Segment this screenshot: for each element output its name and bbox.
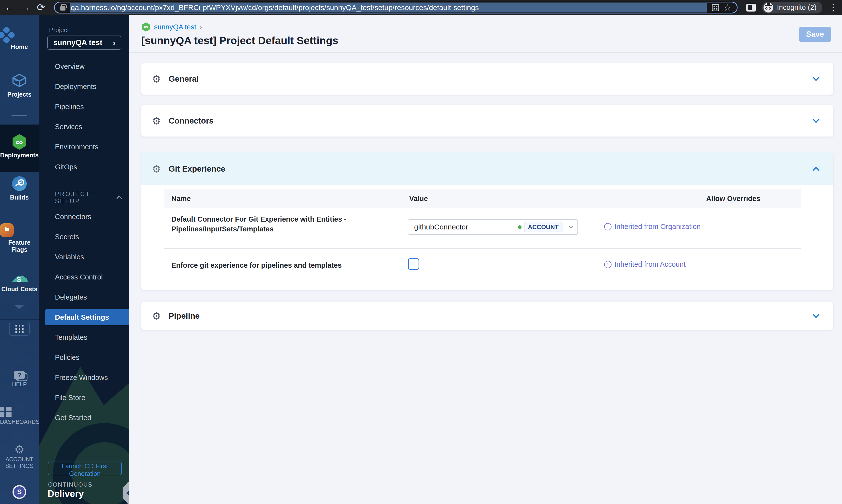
rail-item-dashboards[interactable]: DASHBOARDS <box>0 407 39 425</box>
rail-divider <box>12 115 27 116</box>
sidebar-item-connectors[interactable]: Connectors <box>39 206 129 227</box>
module-rail: Home Projects ∞ Deployments Builds ⚑ Fea… <box>0 15 39 504</box>
sidebar-item-policies[interactable]: Policies <box>39 347 129 367</box>
section-general: ⚙ General <box>141 63 833 95</box>
settings-table-header: Name Value Allow Overrides <box>164 189 801 209</box>
chevron-down-icon <box>812 116 820 123</box>
chevron-down-icon <box>812 311 820 318</box>
triangle-left-icon <box>126 490 129 496</box>
section-git-experience: ⚙ Git Experience Name Value Allow Overri… <box>141 152 833 290</box>
back-icon[interactable]: ← <box>4 0 14 15</box>
project-label: Project <box>49 26 69 34</box>
rail-more-modules[interactable] <box>0 309 39 313</box>
rail-item-account-settings[interactable]: ⚙ ACCOUNT SETTINGS <box>0 444 39 469</box>
launch-cd-first-gen-button[interactable]: Launch CD First Generation <box>48 462 122 475</box>
incognito-badge[interactable]: Incognito (2) <box>762 2 822 14</box>
chevron-up-icon <box>117 196 122 201</box>
module-name-top: CONTINUOUS <box>48 481 92 488</box>
project-setup-toggle[interactable]: PROJECT SETUP <box>55 191 121 205</box>
sidebar-item-secrets[interactable]: Secrets <box>39 227 129 247</box>
flag-icon: ⚑ <box>0 223 14 237</box>
sidebar-item-deployments[interactable]: Deployments <box>39 76 129 96</box>
setting-name: Default Connector For Git Experience wit… <box>172 214 397 234</box>
chevron-down-icon <box>569 224 573 229</box>
default-connector-select[interactable]: githubConnector ACCOUNT <box>408 219 578 235</box>
note-text: Inherited from Organization <box>614 222 700 231</box>
url-text[interactable]: qa.harness.io/ng/account/px7xd_BFRCi-pfW… <box>70 3 707 13</box>
gear-icon: ⚙ <box>152 310 161 322</box>
inherited-from-account-link[interactable]: i Inherited from Account <box>604 260 685 268</box>
rail-item-feature-flags[interactable]: ⚑ Feature Flags <box>0 223 39 253</box>
inherited-from-organization-link[interactable]: i Inherited from Organization <box>604 222 700 231</box>
enforce-git-experience-checkbox[interactable] <box>408 258 419 270</box>
chevron-up-icon <box>812 167 820 174</box>
row-divider <box>164 248 801 249</box>
browser-menu-icon[interactable]: ⋮ <box>829 2 838 13</box>
save-button[interactable]: Save <box>799 27 831 42</box>
refresh-icon[interactable]: ⟳ <box>37 0 45 15</box>
rail-item-projects[interactable]: Projects <box>0 73 39 98</box>
ci-circle-icon <box>12 176 27 191</box>
rail-label: Builds <box>0 194 39 201</box>
sidebar-item-pipelines[interactable]: Pipelines <box>39 96 129 117</box>
sidebar-item-delegates[interactable]: Delegates <box>39 287 129 307</box>
section-pipeline-header[interactable]: ⚙ Pipeline <box>141 302 833 330</box>
grid-icon <box>15 325 23 333</box>
sidebar-item-access-control[interactable]: Access Control <box>39 267 129 287</box>
section-git-header[interactable]: ⚙ Git Experience <box>141 152 833 185</box>
page-title: [sunnyQA test] Project Default Settings <box>141 35 338 47</box>
connector-value: githubConnector <box>414 223 468 231</box>
sidebar-item-templates[interactable]: Templates <box>39 327 129 347</box>
status-dot-icon <box>518 225 521 229</box>
rail-item-home[interactable]: Home <box>0 27 39 51</box>
forward-icon[interactable]: → <box>21 0 31 15</box>
gear-icon: ⚙ <box>14 444 24 455</box>
project-selector[interactable]: sunnyQA test › <box>47 36 121 50</box>
row-divider <box>164 278 801 278</box>
section-connectors: ⚙ Connectors <box>141 105 833 137</box>
sidebar-item-gitops[interactable]: GitOps <box>39 157 129 177</box>
rail-item-deployments[interactable]: ∞ Deployments <box>0 134 39 159</box>
section-connectors-header[interactable]: ⚙ Connectors <box>141 105 833 137</box>
rail-item-help[interactable]: ? HELP <box>0 371 39 388</box>
rail-label: Feature Flags <box>0 239 39 253</box>
cd-hexagon-icon: ∞ <box>12 134 27 150</box>
setting-name: Enforce git experience for pipelines and… <box>172 260 417 270</box>
sidebar-item-get-started[interactable]: Get Started <box>39 408 129 428</box>
bookmark-star-icon[interactable]: ☆ <box>723 4 731 11</box>
project-sidebar: Project sunnyQA test › Overview Deployme… <box>39 15 129 504</box>
incognito-label: Incognito (2) <box>777 3 817 12</box>
sidebar-item-freeze-windows[interactable]: Freeze Windows <box>39 367 129 388</box>
screen: ← → ⟳ qa.harness.io/ng/account/px7xd_BFR… <box>0 0 842 504</box>
sidebar-item-environments[interactable]: Environments <box>39 137 129 157</box>
address-bar[interactable]: qa.harness.io/ng/account/px7xd_BFRCi-pfW… <box>54 2 737 14</box>
sidebar-item-file-store[interactable]: File Store <box>39 388 129 408</box>
breadcrumb-project-link[interactable]: sunnyQA test <box>154 23 196 31</box>
sidebar-item-services[interactable]: Services <box>39 117 129 137</box>
rail-label: Home <box>0 43 39 51</box>
rail-item-cloud-costs[interactable]: ☁$ Cloud Costs <box>0 270 39 293</box>
chevron-right-icon: › <box>113 38 115 48</box>
section-general-header[interactable]: ⚙ General <box>141 63 833 95</box>
section-title: Connectors <box>169 116 214 126</box>
main-content: ∞ sunnyQA test › [sunnyQA test] Project … <box>129 15 842 504</box>
module-name-bottom: Delivery <box>48 489 84 499</box>
sidebar-item-default-settings[interactable]: Default Settings <box>45 309 129 325</box>
chat-question-icon: ? <box>14 371 25 379</box>
rail-item-builds[interactable]: Builds <box>0 176 39 201</box>
side-panel-icon[interactable] <box>746 4 756 12</box>
rail-label: HELP <box>0 381 39 388</box>
sidebar-item-variables[interactable]: Variables <box>39 247 129 267</box>
rail-label: ACCOUNT SETTINGS <box>5 456 34 469</box>
breadcrumb: ∞ sunnyQA test › <box>141 22 202 32</box>
rail-label: DASHBOARDS <box>0 419 39 425</box>
extensions-icon[interactable] <box>712 4 719 11</box>
section-title: General <box>169 74 199 84</box>
rail-item-profile[interactable]: S <box>0 485 39 499</box>
chevron-right-icon: › <box>200 23 202 31</box>
cube-icon <box>12 73 27 89</box>
info-icon: i <box>604 261 611 268</box>
sidebar-item-overview[interactable]: Overview <box>39 56 129 76</box>
module-picker-button[interactable] <box>9 322 30 336</box>
lock-icon <box>60 6 66 11</box>
